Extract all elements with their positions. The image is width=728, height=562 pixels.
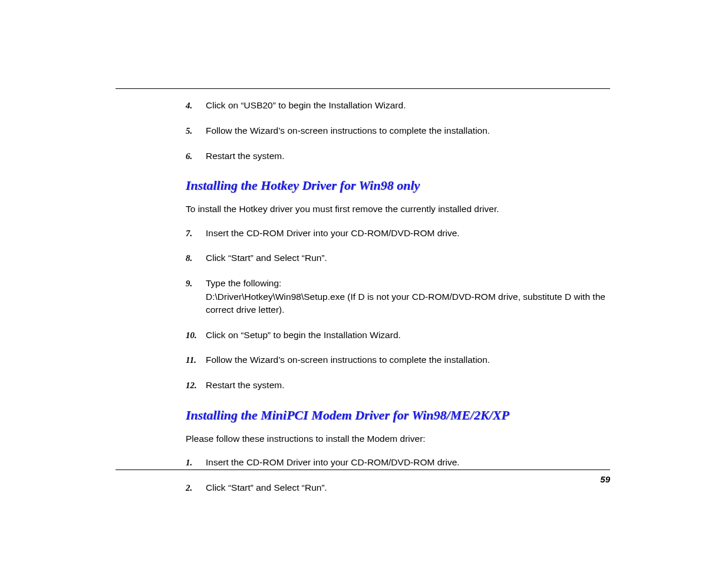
list-text: Restart the system. [206,379,610,392]
list-item: 11. Follow the Wizard’s on-screen instru… [186,353,610,367]
rule-top [116,88,610,89]
list-item: 10. Click on “Setup” to begin the Instal… [186,329,610,342]
list-item: 5. Follow the Wizard’s on-screen instruc… [186,124,610,138]
page-content: 4. Click on “USB20” to begin the Install… [186,99,610,507]
list-text: Click “Start” and Select “Run”. [206,481,610,494]
section-heading-minipci: Installing the MiniPCI Modem Driver for … [186,408,610,423]
list-text: Insert the CD-ROM Driver into your CD-RO… [206,227,610,240]
list-number: 6. [186,150,206,163]
list-number: 10. [186,329,206,342]
list-item: 1. Insert the CD-ROM Driver into your CD… [186,456,610,470]
rule-bottom [116,470,610,470]
list-text: Insert the CD-ROM Driver into your CD-RO… [206,456,610,469]
document-page: 4. Click on “USB20” to begin the Install… [0,0,728,562]
list-text: Restart the system. [206,150,610,163]
list-text: Click on “Setup” to begin the Installati… [206,329,610,342]
list-number: 2. [186,481,206,495]
list-text: Follow the Wizard’s on-screen instructio… [206,353,610,366]
list-item: 9. Type the following: D:\Driver\Hotkey\… [186,277,610,316]
paragraph: Please follow these instructions to inst… [186,432,610,445]
list-item: 6. Restart the system. [186,150,610,163]
list-number: 8. [186,252,206,265]
list-item: 7. Insert the CD-ROM Driver into your CD… [186,227,610,240]
list-number: 4. [186,99,206,113]
list-number: 9. [186,277,206,290]
list-number: 12. [186,379,206,392]
list-text: Click on “USB20” to begin the Installati… [206,99,610,112]
list-item: 8. Click “Start” and Select “Run”. [186,252,610,265]
page-number: 59 [600,474,610,484]
list-item: 2. Click “Start” and Select “Run”. [186,481,610,495]
list-text: Click “Start” and Select “Run”. [206,252,610,265]
list-number: 7. [186,227,206,240]
section-heading-hotkey: Installing the Hotkey Driver for Win98 o… [186,178,610,193]
list-number: 5. [186,124,206,138]
list-number: 11. [186,353,206,367]
list-item: 12. Restart the system. [186,379,610,392]
list-text: Type the following: D:\Driver\Hotkey\Win… [206,277,610,316]
list-item: 4. Click on “USB20” to begin the Install… [186,99,610,113]
paragraph: To install the Hotkey driver you must fi… [186,203,610,216]
list-number: 1. [186,456,206,470]
list-text: Follow the Wizard’s on-screen instructio… [206,124,610,137]
